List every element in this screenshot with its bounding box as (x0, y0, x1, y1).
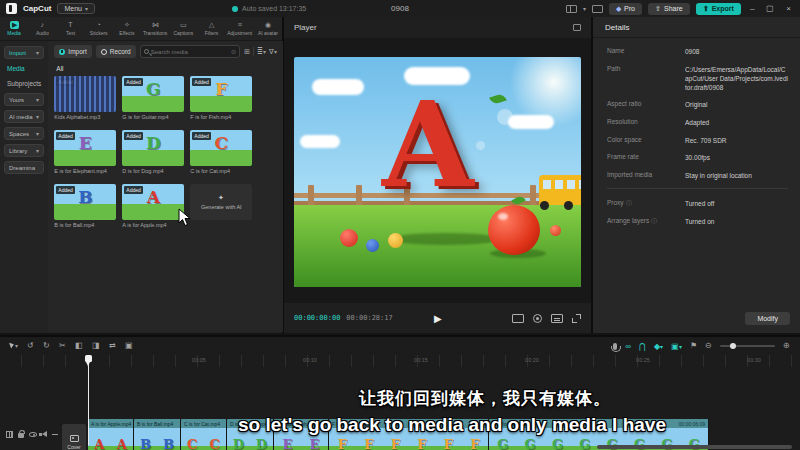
modify-button[interactable]: Modify (745, 312, 790, 325)
audio-thumbnail[interactable]: Added (54, 76, 116, 112)
filter-icon[interactable]: ∇▾ (269, 48, 277, 56)
mute-icon[interactable] (42, 431, 47, 437)
visibility-icon[interactable] (29, 432, 37, 437)
media-content: Import Record ⊙ ⊞ ≣▾ (48, 41, 282, 332)
magnet-toggle-icon[interactable]: ⋂ (639, 342, 646, 351)
timeline-zoom-slider[interactable] (720, 345, 775, 347)
tab-filters[interactable]: △ Filters (197, 17, 225, 40)
leaf (489, 93, 507, 106)
import-button[interactable]: Import (54, 45, 91, 58)
menu-button[interactable]: Menu ▾ (57, 3, 95, 14)
quality-icon[interactable] (551, 314, 563, 323)
media-item-f[interactable]: Added F F is for Fish.mp4 (190, 76, 252, 120)
chevron-down-icon: ▾ (36, 49, 39, 56)
record-button[interactable]: Record (96, 45, 136, 58)
layout-toggle-icon[interactable] (566, 5, 577, 13)
undock-icon[interactable] (573, 24, 581, 31)
main-area: ▶ Media ♪ Audio T Text ◔ Stickers ✧ Effe… (0, 17, 800, 333)
sidebar-item-import[interactable]: Import ▾ (4, 46, 44, 59)
clip-a[interactable]: A is for Apple.mp4 AA (88, 419, 134, 450)
track-options-icon[interactable] (6, 431, 13, 438)
sidebar-item-yours[interactable]: Yours ▾ (4, 93, 44, 106)
preview-axis-toggle-icon[interactable]: ▣▾ (671, 342, 682, 351)
delete-left-button[interactable]: ◧ (75, 341, 83, 351)
redo-button[interactable]: ↻ (43, 341, 50, 351)
grid-view-icon[interactable]: ⊞ (244, 48, 250, 56)
marker-flag-icon[interactable]: ⚑ (690, 341, 697, 351)
tab-transitions[interactable]: ⋈ Transitions (141, 17, 169, 40)
tab-adjustment[interactable]: ≡ Adjustment (226, 17, 254, 40)
voiceover-mic-icon[interactable] (613, 343, 617, 350)
media-item-a[interactable]: Added A A is for Apple.mp4 (122, 184, 184, 228)
share-button[interactable]: ⇧ Share (648, 3, 690, 15)
sort-icon[interactable]: ≣▾ (257, 48, 266, 56)
tab-stickers[interactable]: ◔ Stickers (85, 17, 113, 40)
zoom-out-icon[interactable]: ⊖ (705, 341, 712, 351)
sidebar-item-spaces[interactable]: Spaces ▾ (4, 127, 44, 140)
media-item-g[interactable]: Added G G is for Guitar.mp4 (122, 76, 184, 120)
tab-text[interactable]: T Text (56, 17, 84, 40)
timeline-ruler[interactable]: 00:05 00:10 00:15 00:20 00:25 00:30 (0, 355, 800, 367)
media-item-audio[interactable]: Added Kids Alphabet.mp3 (54, 76, 116, 120)
ratio-icon[interactable] (512, 314, 524, 323)
split-button[interactable]: ✂ (59, 341, 66, 351)
snap-toggle-icon[interactable]: ◆▾ (654, 342, 663, 351)
media-grid: Added Kids Alphabet.mp3 Added G G is for… (54, 76, 276, 228)
export-button[interactable]: ⬆ Export (696, 3, 741, 15)
sidebar-item-dreamina[interactable]: Dreamina (4, 161, 44, 174)
sidebar-item-subprojects[interactable]: Subprojects (4, 78, 44, 89)
playhead-handle[interactable] (85, 355, 92, 362)
detail-row-arrange-layers: Arrange layersⓘ Turned on (607, 217, 788, 226)
clip-b[interactable]: B is for Ball.mp4 BB (134, 419, 181, 450)
player-title: Player (294, 23, 317, 32)
play-button[interactable]: ▶ (434, 313, 442, 324)
media-item-b[interactable]: Added B B is for Ball.mp4 (54, 184, 116, 228)
search-scope-icon[interactable]: ⊙ (231, 48, 236, 55)
crop-button[interactable]: ▣ (125, 341, 133, 351)
search-box[interactable]: ⊙ (140, 45, 240, 58)
lock-icon[interactable] (18, 433, 24, 438)
player-header: Player (284, 17, 591, 38)
media-item-c[interactable]: Added C C is for Cat.mp4 (190, 130, 252, 174)
select-tool-button[interactable]: ▾ (10, 341, 18, 351)
panel-layout-icon[interactable] (592, 5, 603, 13)
total-timecode: 00:00:28:17 (346, 314, 392, 322)
sidebar-item-library[interactable]: Library ▾ (4, 144, 44, 157)
fullscreen-icon[interactable] (572, 314, 581, 323)
generate-ai-card[interactable]: ✦ Generate with AI (190, 184, 252, 228)
search-input[interactable] (151, 49, 229, 55)
media-item-e[interactable]: Added E E is for Elephant.mp4 (54, 130, 116, 174)
filter-all-label[interactable]: All (56, 65, 276, 72)
tab-ai-avatar[interactable]: ◉ AI avatar (254, 17, 282, 40)
horizontal-scrollbar[interactable] (597, 445, 792, 449)
playhead-line[interactable] (88, 355, 89, 445)
link-toggle-icon[interactable]: ∞ (625, 342, 631, 351)
media-item-d[interactable]: Added D D is for Dog.mp4 (122, 130, 184, 174)
sidebar-item-ai-media[interactable]: AI media ▾ (4, 110, 44, 123)
tab-media[interactable]: ▶ Media (0, 17, 28, 40)
mirror-button[interactable]: ⇄ (109, 341, 116, 351)
tab-captions[interactable]: ▭ Captions (169, 17, 197, 40)
video-preview[interactable]: A (294, 57, 581, 287)
details-rows: Name 0908 Path C:/Users/Emersa/AppData/L… (593, 38, 800, 226)
pro-button[interactable]: ◆ Pro (609, 3, 642, 15)
diamond-icon: ◆ (616, 5, 621, 13)
preview-focus-icon[interactable] (533, 314, 542, 323)
maximize-button[interactable]: ▢ (763, 4, 777, 13)
clip-c[interactable]: C is for Cat.mp4 CC (181, 419, 227, 450)
tab-audio[interactable]: ♪ Audio (28, 17, 56, 40)
layout-chevron-icon[interactable]: ▾ (583, 5, 586, 12)
minimize-button[interactable]: – (747, 4, 757, 13)
collapse-icon[interactable] (52, 434, 58, 435)
divider (607, 188, 788, 189)
yellow-ball (388, 233, 403, 248)
captions-icon: ▭ (180, 21, 187, 29)
close-button[interactable]: × (783, 4, 794, 13)
tab-effects[interactable]: ✧ Effects (113, 17, 141, 40)
delete-right-button[interactable]: ◨ (92, 341, 100, 351)
zoom-in-icon[interactable]: ⊕ (783, 341, 790, 351)
sidebar-item-media[interactable]: Media (4, 63, 44, 74)
cover-button[interactable]: Cover (62, 424, 86, 450)
undo-button[interactable]: ↺ (27, 341, 34, 351)
zoom-slider-knob[interactable] (730, 343, 736, 349)
